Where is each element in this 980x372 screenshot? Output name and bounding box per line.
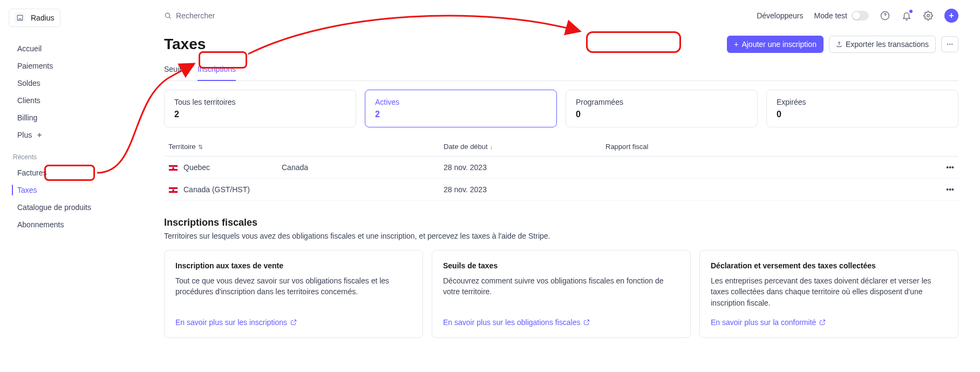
- card-link-registrations[interactable]: En savoir plus sur les inscriptions: [175, 318, 412, 327]
- nav-accueil[interactable]: Accueil: [13, 40, 147, 57]
- col-start-date[interactable]: Date de début↓: [439, 137, 601, 157]
- svg-point-5: [951, 44, 952, 45]
- test-mode-label: Mode test: [814, 11, 847, 20]
- col-report[interactable]: Rapport fiscal: [601, 137, 872, 157]
- row-more-icon[interactable]: •••: [946, 185, 954, 194]
- store-icon: [15, 12, 25, 23]
- workspace-switcher[interactable]: Radius: [9, 9, 60, 27]
- flag-canada-icon: [168, 187, 178, 193]
- card-link-thresholds[interactable]: En savoir plus sur les obligations fisca…: [443, 318, 679, 327]
- external-icon: [290, 319, 297, 326]
- svg-point-4: [949, 44, 950, 45]
- add-button[interactable]: +: [944, 9, 958, 23]
- arrow-down-icon: ↓: [490, 144, 493, 150]
- flag-canada-icon: [168, 165, 178, 171]
- developers-link[interactable]: Développeurs: [757, 11, 803, 20]
- nav-soldes[interactable]: Soldes: [13, 75, 147, 92]
- recent-catalogue[interactable]: Catalogue de produits: [13, 199, 147, 216]
- row-more-icon[interactable]: •••: [946, 163, 954, 172]
- stat-scheduled[interactable]: Programmées 0: [566, 90, 758, 127]
- help-icon[interactable]: [880, 10, 890, 21]
- search-icon: [164, 12, 172, 19]
- svg-point-2: [927, 15, 930, 17]
- svg-point-0: [165, 13, 169, 17]
- tab-seuils[interactable]: Seuils: [164, 60, 185, 80]
- card-registration: Inscription aux taxes de vente Tout ce q…: [164, 250, 423, 338]
- test-mode-toggle[interactable]: Mode test: [814, 11, 869, 21]
- workspace-name: Radius: [31, 13, 55, 22]
- col-territory[interactable]: Territoire⇅: [164, 137, 439, 157]
- search-input[interactable]: Rechercher: [164, 11, 747, 20]
- toggle-switch: [852, 11, 869, 21]
- external-icon: [819, 319, 826, 326]
- plus-icon: +: [35, 131, 42, 139]
- nav-paiements[interactable]: Paiements: [13, 57, 147, 75]
- ellipsis-icon: [946, 40, 954, 48]
- table-row[interactable]: Quebec Canada 28 nov. 2023 •••: [164, 157, 958, 179]
- notification-dot: [909, 10, 913, 13]
- nav-clients[interactable]: Clients: [13, 92, 147, 109]
- export-icon: [836, 41, 842, 48]
- section-desc: Territoires sur lesquels vous avez des o…: [164, 232, 958, 240]
- recent-taxes[interactable]: Taxes: [13, 181, 147, 199]
- page-title: Taxes: [164, 36, 206, 53]
- card-thresholds: Seuils de taxes Découvrez comment suivre…: [432, 250, 691, 338]
- nav-billing[interactable]: Billing: [13, 109, 147, 126]
- plus-icon: +: [734, 40, 738, 49]
- sort-icon: ⇅: [198, 144, 203, 150]
- stat-expired[interactable]: Expirées 0: [766, 90, 958, 127]
- stat-active[interactable]: Actives 2: [365, 90, 557, 127]
- table-row[interactable]: Canada (GST/HST) 28 nov. 2023 •••: [164, 179, 958, 201]
- add-registration-button[interactable]: + Ajouter une inscription: [727, 36, 824, 53]
- external-icon: [583, 319, 590, 326]
- export-transactions-button[interactable]: Exporter les transactions: [829, 36, 936, 53]
- registrations-table: Territoire⇅ Date de début↓ Rapport fisca…: [164, 137, 958, 201]
- settings-icon[interactable]: [923, 10, 934, 21]
- section-title: Inscriptions fiscales: [164, 217, 958, 228]
- stat-all-territories[interactable]: Tous les territoires 2: [164, 90, 356, 127]
- more-actions-button[interactable]: [941, 36, 958, 52]
- card-link-compliance[interactable]: En savoir plus sur la conformité: [711, 318, 947, 327]
- svg-point-3: [947, 44, 948, 45]
- recent-heading: Récents: [9, 144, 151, 164]
- card-compliance: Déclaration et versement des taxes colle…: [699, 250, 958, 338]
- tab-inscriptions[interactable]: Inscriptions: [198, 60, 236, 81]
- notifications-icon[interactable]: [901, 10, 912, 21]
- search-placeholder: Rechercher: [176, 11, 215, 20]
- recent-abonnements[interactable]: Abonnements: [13, 216, 147, 233]
- nav-plus[interactable]: Plus +: [13, 126, 147, 144]
- recent-factures[interactable]: Factures: [13, 164, 147, 181]
